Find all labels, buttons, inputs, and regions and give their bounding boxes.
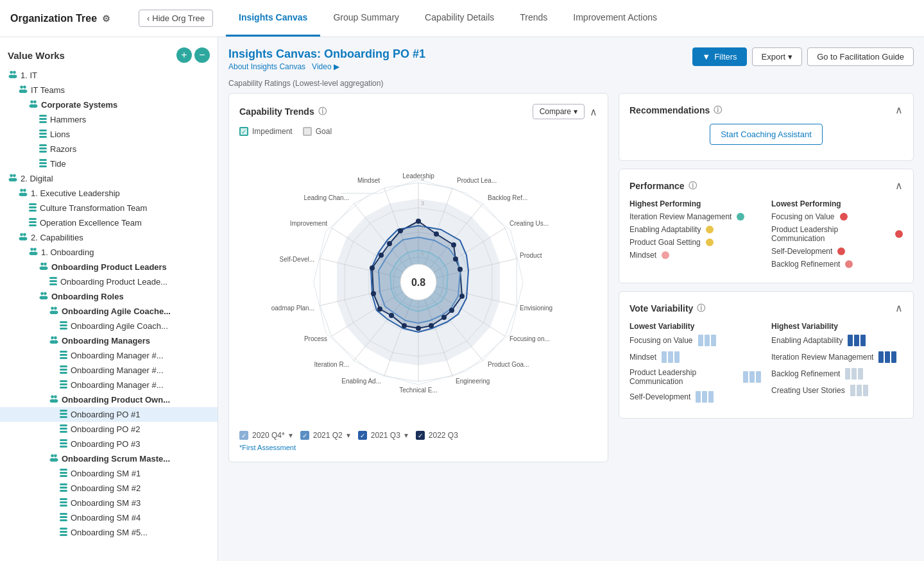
filter-icon: ▼ [702,52,710,62]
svg-rect-13 [39,118,47,120]
person-icon [59,468,68,479]
info-icon-variability[interactable]: ⓘ [697,303,705,314]
performance-grid: Highest Performing Iteration Review Mana… [629,199,903,272]
group-icon [8,173,18,184]
chevron-down-icon[interactable]: ▾ [289,431,293,440]
video-link[interactable]: Video ▶ [312,62,339,71]
tree-item-3[interactable]: Corporate Systems [0,97,218,112]
chevron-down-icon[interactable]: ▾ [346,431,350,440]
gear-icon[interactable]: ⚙ [102,13,110,24]
tree-item-25[interactable]: Onboarding PO #2 [0,422,218,437]
export-button[interactable]: Export ▾ [752,47,803,66]
timeline-check-2020q4: ✓ [239,431,248,440]
svg-rect-17 [39,136,47,138]
tree-item-22[interactable]: Onboarding Manager #... [0,378,218,392]
tree-item-12[interactable]: 2. Capabilities [0,230,218,245]
chevron-down-icon[interactable]: ▾ [404,431,408,440]
bars-iteration-high [878,351,896,363]
tree-item-30[interactable]: Onboarding SM #3 [0,496,218,510]
tree-item-4[interactable]: Hammers [0,112,218,127]
tree-label: Razors [50,144,76,154]
dp-2022q3-9 [416,326,421,331]
tree-item-23[interactable]: Onboarding Product Own... [0,392,218,407]
info-icon-performance[interactable]: ⓘ [689,180,697,192]
svg-rect-89 [60,446,67,448]
svg-point-4 [20,85,23,88]
about-link[interactable]: About Insights Canvas [228,62,305,71]
tree-item-17[interactable]: Onboarding Agile Coache... [0,304,218,319]
bars-creating-high [850,385,868,396]
ring-label-3: 3 [421,200,424,206]
tree-item-11[interactable]: Operation Excellence Team [0,215,218,230]
timeline-2022q3[interactable]: ✓ 2022 Q3 [416,431,458,440]
label-product: Product [520,252,542,259]
group-icon [8,70,18,81]
variability-collapse-button[interactable]: ∧ [895,302,903,314]
tree-label: Lions [50,130,70,139]
facilitation-guide-button[interactable]: Go to Facilitation Guide [807,47,914,66]
dp-2022q3-13 [371,291,376,296]
tree-item-7[interactable]: Tide [0,156,218,171]
hide-org-tree-button[interactable]: ‹ Hide Org Tree [139,10,213,27]
timeline-2021q2[interactable]: ✓ 2021 Q2 ▾ [300,431,350,440]
bar-seg-2 [702,391,707,403]
tab-insights-canvas[interactable]: Insights Canvas [226,0,320,37]
info-icon[interactable]: ⓘ [318,106,327,117]
svg-rect-82 [60,413,67,415]
tree-label: Onboarding Manager #... [71,380,164,390]
tree-item-20[interactable]: Onboarding Manager #... [0,348,218,363]
tree-item-10[interactable]: Culture Transformation Team [0,201,218,215]
svg-point-9 [33,100,37,103]
tree-item-6[interactable]: Razors [0,142,218,156]
tree-item-14[interactable]: Onboarding Product Leaders [0,260,218,274]
svg-rect-14 [39,121,47,123]
tree-item-8[interactable]: 2. Digital [0,171,218,186]
timeline-check-2021q3: ✓ [358,431,367,440]
tree-item-32[interactable]: Onboarding SM #5... [0,525,218,540]
timeline-2020q4[interactable]: ✓ 2020 Q4* ▾ [239,431,293,440]
tree-item-27[interactable]: Onboarding Scrum Maste... [0,451,218,466]
tree-label: Onboarding SM #4 [71,513,141,523]
tab-trends[interactable]: Trends [507,0,560,37]
filters-button[interactable]: ▼ Filters [692,47,746,66]
tree-item-21[interactable]: Onboarding Manager #... [0,363,218,378]
tree-item-16[interactable]: Onboarding Roles [0,289,218,304]
performance-collapse-button[interactable]: ∧ [895,180,903,192]
tree-label: Onboarding Agile Coache... [62,306,171,316]
svg-rect-34 [29,210,37,212]
tree-item-1[interactable]: 1. IT [0,68,218,83]
person-icon [59,321,68,331]
person-icon [38,129,47,140]
tree-item-9[interactable]: 1. Executive Leadership [0,186,218,201]
sidebar-expand-button[interactable]: + [176,47,192,63]
tab-improvement-actions[interactable]: Improvement Actions [560,0,670,37]
tree-item-29[interactable]: Onboarding SM #2 [0,481,218,496]
svg-point-7 [22,89,27,93]
svg-rect-75 [60,383,67,385]
tree-item-18[interactable]: Onboarding Agile Coach... [0,319,218,333]
dp-2022q3-10 [402,323,407,328]
tree-item-31[interactable]: Onboarding SM #4 [0,510,218,525]
recommendations-collapse-button[interactable]: ∧ [895,104,903,116]
tree-item-15[interactable]: Onboarding Product Leade... [0,274,218,289]
info-icon-recommendations[interactable]: ⓘ [714,105,722,116]
tab-group-summary[interactable]: Group Summary [320,0,412,37]
tree-item-19[interactable]: Onboarding Managers [0,333,218,348]
tree-item-2[interactable]: IT Teams [0,83,218,97]
tree-item-5[interactable]: Lions [0,127,218,142]
coaching-assistant-button[interactable]: Start Coaching Assistant [710,124,823,145]
org-tree-label: Organization Tree [10,13,97,24]
tree-item-26[interactable]: Onboarding PO #3 [0,437,218,451]
tree-item-13[interactable]: 1. Onboarding [0,245,218,260]
tab-capability-details[interactable]: Capability Details [412,0,507,37]
compare-button[interactable]: Compare ▾ [533,104,585,119]
tree-item-24[interactable]: Onboarding PO #1 [0,407,218,422]
timeline-2021q3[interactable]: ✓ 2021 Q3 ▾ [358,431,408,440]
collapse-button[interactable]: ∧ [590,106,597,118]
dp-2022q3-7 [441,315,447,320]
svg-rect-101 [60,501,67,503]
sidebar-collapse-button[interactable]: − [194,47,210,63]
perf-item-product-goal: Product Goal Setting [629,238,761,247]
chevron-down-icon: ▾ [574,107,578,116]
tree-item-28[interactable]: Onboarding SM #1 [0,466,218,481]
